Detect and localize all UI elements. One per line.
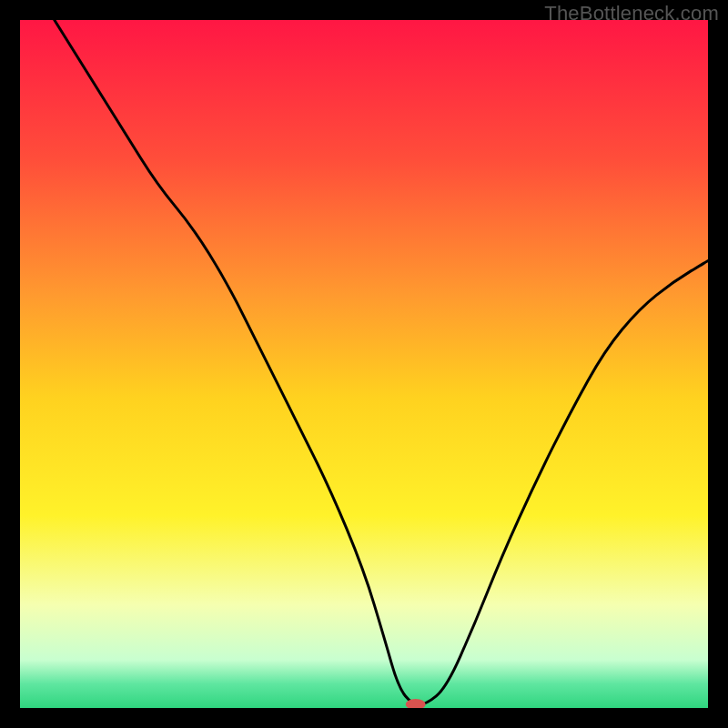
- chart-frame: TheBottleneck.com: [0, 0, 728, 728]
- plot-svg: [20, 20, 708, 708]
- gradient-background: [20, 20, 708, 708]
- plot-area: [20, 20, 708, 708]
